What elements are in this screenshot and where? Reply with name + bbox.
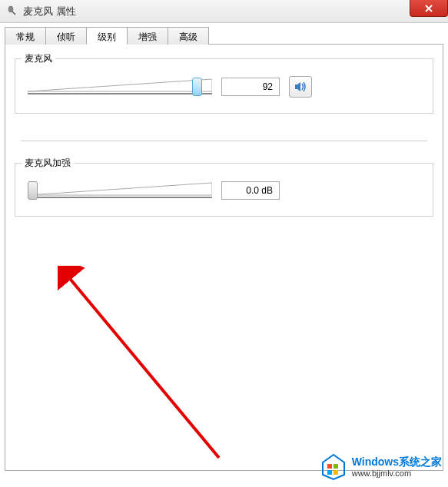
microphone-value[interactable]: 92: [221, 78, 280, 96]
watermark-text: Windows系统之家 www.bjjmlv.com: [352, 456, 442, 479]
svg-line-8: [67, 275, 219, 458]
svg-rect-12: [327, 470, 332, 475]
slider-ramp-icon: [28, 78, 212, 92]
close-button[interactable]: [410, 0, 448, 17]
svg-rect-13: [334, 470, 338, 475]
microphone-icon: [6, 5, 18, 18]
boost-slider-row: 0.0 dB: [28, 181, 420, 200]
window-title: 麦克风 属性: [23, 5, 76, 18]
slider-baseline: [28, 93, 212, 94]
speaker-icon: [294, 80, 307, 94]
microphone-slider-thumb[interactable]: [192, 78, 202, 96]
boost-label: 麦克风加强: [22, 157, 74, 170]
svg-marker-4: [28, 79, 212, 91]
svg-rect-10: [327, 464, 332, 469]
arrow-annotation: [58, 266, 234, 465]
close-icon: [424, 4, 433, 13]
boost-slider-thumb[interactable]: [28, 181, 38, 200]
svg-point-0: [8, 6, 13, 12]
boost-slider[interactable]: [28, 181, 212, 200]
watermark-logo-icon: [320, 453, 347, 481]
titlebar: 麦克风 属性: [0, 0, 448, 23]
watermark: Windows系统之家 www.bjjmlv.com: [320, 453, 442, 481]
microphone-group: 麦克风 92: [15, 58, 433, 114]
boost-group: 麦克风加强 0.0 dB: [15, 163, 433, 217]
content-area: 常规 侦听 级别 增强 高级 麦克风 92: [0, 23, 448, 487]
microphone-label: 麦克风: [22, 52, 55, 65]
microphone-slider[interactable]: [28, 77, 212, 97]
svg-line-1: [12, 12, 15, 15]
tab-advanced[interactable]: 高级: [168, 27, 209, 45]
slider-ramp-icon: [28, 182, 212, 196]
tab-general[interactable]: 常规: [5, 27, 46, 45]
boost-value[interactable]: 0.0 dB: [221, 181, 280, 200]
tab-content: 麦克风 92: [5, 45, 443, 471]
slider-baseline: [28, 197, 212, 198]
svg-rect-11: [334, 464, 338, 469]
microphone-slider-row: 92: [28, 76, 420, 98]
mute-button[interactable]: [289, 76, 312, 98]
tab-levels[interactable]: 级别: [86, 27, 128, 45]
divider: [21, 141, 427, 141]
tab-listen[interactable]: 侦听: [45, 27, 87, 45]
watermark-title: Windows系统之家: [352, 456, 442, 469]
svg-marker-5: [295, 82, 300, 91]
tab-enhancements[interactable]: 增强: [127, 27, 168, 45]
svg-marker-6: [28, 183, 212, 195]
tab-bar: 常规 侦听 级别 增强 高级: [5, 26, 443, 45]
watermark-url: www.bjjmlv.com: [352, 469, 442, 479]
